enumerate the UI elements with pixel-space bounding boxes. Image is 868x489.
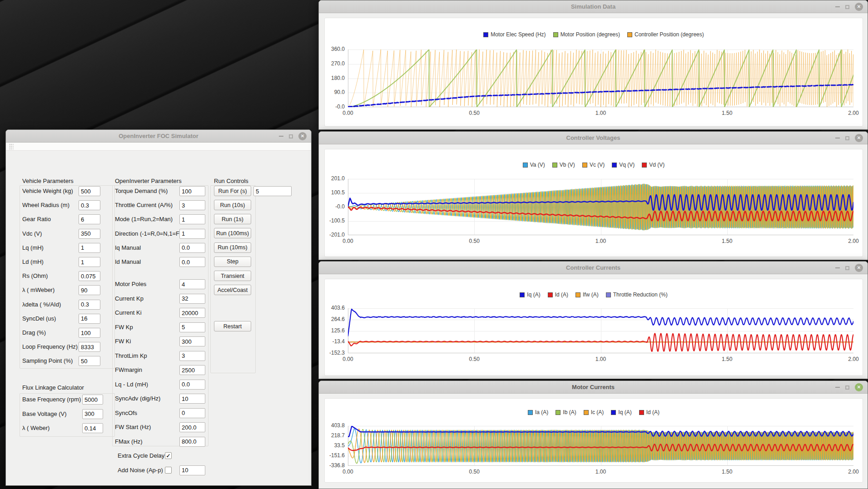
motor-currents-title: Motor Currents (319, 381, 868, 394)
minimize-icon[interactable] (835, 138, 840, 138)
restore-icon[interactable] (845, 5, 849, 9)
legend-label: Iq (A) (618, 409, 631, 415)
legend-item: Ifw (A) (575, 291, 599, 298)
restore-icon[interactable] (845, 385, 849, 390)
input-syncadv-dig-hz[interactable] (179, 394, 205, 404)
legend-label: Ic (A) (591, 409, 604, 415)
field-label: FWmargin (115, 365, 142, 375)
form-row: Current Kp (6, 294, 311, 304)
controller-currents-titlebar[interactable]: Controller Currents ✕ (319, 262, 868, 274)
legend-swatch-icon (611, 410, 616, 415)
y-axis-tick-label: 90.0 (319, 89, 345, 95)
simulator-window-controls: ✕ (279, 130, 307, 143)
input-id-manual[interactable] (179, 257, 205, 267)
button-step[interactable]: Step (214, 257, 251, 267)
x-axis-tick-label: 1.00 (587, 110, 615, 116)
button-run-10s[interactable]: Run (10s) (214, 200, 251, 210)
input-current-ki[interactable] (179, 308, 205, 318)
minimize-icon[interactable] (279, 136, 283, 137)
form-row: FW Ki (6, 336, 311, 346)
motor-currents-titlebar[interactable]: Motor Currents ✕ (319, 381, 868, 394)
button-run-100ms[interactable]: Run (100ms) (214, 228, 251, 238)
legend-label: Ifw (A) (583, 291, 599, 298)
input-add-noise-ap-p[interactable] (179, 465, 205, 475)
y-axis-tick-label: 403.8 (319, 422, 345, 429)
input-fw-start-hz[interactable] (179, 422, 205, 432)
close-icon[interactable]: ✕ (298, 132, 307, 140)
chart-canvas (348, 426, 853, 466)
x-axis-tick-label: 2.00 (840, 238, 867, 244)
legend-swatch-icon (553, 32, 558, 37)
controller-voltages-titlebar[interactable]: Controller Voltages ✕ (319, 132, 868, 144)
field-label: Direction (-1=R,0=N,1=F) (115, 229, 181, 239)
close-icon[interactable]: ✕ (855, 134, 863, 142)
legend-item: Ib (A) (556, 409, 576, 415)
close-icon[interactable]: ✕ (855, 383, 863, 391)
form-row: FW Kp (6, 322, 311, 332)
restore-icon[interactable] (845, 266, 849, 270)
input-iq-manual[interactable] (179, 243, 205, 253)
input-lq-ld-mh[interactable] (179, 380, 205, 390)
restore-icon[interactable] (845, 136, 849, 140)
button-run-10ms[interactable]: Run (10ms) (214, 242, 251, 253)
input-fmax-hz[interactable] (179, 437, 205, 447)
legend-swatch-icon (575, 292, 580, 297)
y-axis-tick-label: 270.0 (319, 60, 345, 67)
field-label: SyncOfs (115, 408, 137, 418)
x-axis-tick-label: 1.50 (714, 469, 741, 475)
window-controls: ✕ (835, 262, 863, 274)
field-label: FW Kp (115, 322, 133, 332)
button-accel-coast[interactable]: Accel/Coast (214, 285, 251, 295)
close-icon[interactable]: ✕ (855, 3, 863, 11)
field-label: FW Start (Hz) (115, 422, 151, 432)
button-transient[interactable]: Transient (214, 271, 251, 281)
form-row: Motor Poles (6, 279, 311, 289)
simulator-window: OpenInverter FOC Simulator ✕ Vehicle Par… (5, 129, 312, 486)
input-syncofs[interactable] (179, 408, 205, 418)
close-icon[interactable]: ✕ (855, 264, 863, 272)
legend-label: Id (A) (555, 291, 568, 298)
legend-item: Throttle Reduction (%) (606, 291, 668, 298)
input-fwmargin[interactable] (179, 365, 205, 375)
x-axis-tick-label: 0.00 (334, 469, 362, 475)
minimize-icon[interactable] (835, 387, 840, 388)
input-run-for-seconds[interactable] (253, 186, 292, 196)
legend-item: Va (V) (523, 162, 545, 168)
input-mode-1-run-2-man[interactable] (179, 214, 205, 224)
button-restart[interactable]: Restart (214, 321, 251, 331)
x-axis-tick-label: 1.00 (587, 238, 615, 244)
minimize-icon[interactable] (835, 267, 840, 268)
minimize-icon[interactable] (835, 6, 840, 7)
field-label: SyncAdv (dig/Hz) (115, 394, 160, 404)
x-axis-tick-label: 1.50 (714, 356, 741, 362)
input-torque-demand[interactable] (179, 186, 205, 196)
simulator-form: Vehicle Parameters OpenInverter Paramete… (6, 151, 311, 485)
input-direction-1-r-0-n-1-f[interactable] (179, 229, 205, 239)
button-run-for-s[interactable]: Run For (s) (214, 186, 251, 196)
legend-swatch-icon (548, 292, 553, 297)
field-label: Id Manual (115, 257, 141, 267)
legend-swatch-icon (582, 163, 587, 168)
input-fw-kp[interactable] (179, 322, 205, 332)
form-row: Throttle Current (A/%) (6, 200, 311, 210)
checkbox-add-noise-ap-p[interactable] (165, 467, 172, 474)
vehicle-params-header: Vehicle Parameters (22, 176, 74, 186)
input-throttle-current-a[interactable] (179, 200, 205, 210)
checkbox-extra-cycle-delay[interactable]: ✓ (165, 452, 172, 459)
input-current-kp[interactable] (179, 294, 205, 304)
controller-currents-window: Controller Currents ✕ Iq (A)Id (A)Ifw (A… (318, 261, 868, 379)
input-fw-ki[interactable] (179, 336, 205, 346)
legend-label: Throttle Reduction (%) (613, 291, 668, 298)
input-throtlim-kp[interactable] (179, 351, 205, 361)
legend-label: Ib (A) (563, 409, 576, 415)
y-axis-tick-label: -336.8 (319, 462, 345, 469)
simulation-data-titlebar[interactable]: Simulation Data ✕ (319, 0, 868, 13)
x-axis-tick-label: 0.50 (461, 469, 488, 475)
input-motor-poles[interactable] (179, 279, 205, 289)
legend-item: Iq (A) (520, 291, 540, 298)
restore-icon[interactable] (289, 134, 293, 138)
button-run-1s[interactable]: Run (1s) (214, 214, 251, 224)
drag-grip-icon[interactable] (9, 143, 14, 150)
chart-legend: Va (V)Vb (V)Vc (V)Vq (V)Vd (V) (324, 162, 863, 168)
simulator-titlebar[interactable]: OpenInverter FOC Simulator ✕ (6, 130, 311, 143)
